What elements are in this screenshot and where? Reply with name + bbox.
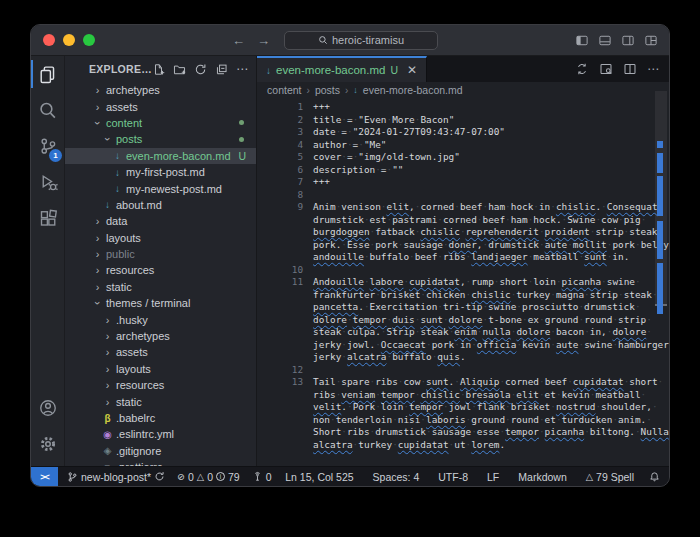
customize-layout-icon[interactable] bbox=[644, 34, 658, 47]
activitybar-extensions[interactable] bbox=[31, 200, 64, 236]
line-number: 9 bbox=[257, 201, 303, 214]
indentation[interactable]: Spaces: 4 bbox=[369, 471, 424, 483]
open-preview-icon[interactable] bbox=[599, 62, 613, 76]
misspelled-word: aute bbox=[545, 239, 568, 250]
tree-item-layouts[interactable]: ›layouts bbox=[65, 361, 256, 377]
open-changes-icon[interactable] bbox=[575, 62, 589, 76]
chevron-down-icon: › bbox=[102, 133, 114, 146]
code-line-7: 7+++ bbox=[257, 176, 669, 189]
chevron-right-icon: › bbox=[101, 346, 114, 358]
tree-item-static[interactable]: ›static bbox=[65, 279, 256, 295]
minimize-button[interactable] bbox=[63, 34, 75, 46]
tree-item-assets[interactable]: ›assets bbox=[65, 98, 256, 114]
encoding[interactable]: UTF-8 bbox=[434, 471, 472, 483]
breadcrumb-posts[interactable]: posts bbox=[315, 84, 340, 96]
git-branch-icon bbox=[67, 471, 78, 483]
tree-item-.gitignore[interactable]: ◈.gitignore bbox=[65, 443, 256, 459]
info-count: 79 bbox=[228, 471, 240, 483]
tree-item-.babelrc[interactable]: β.babelrc bbox=[65, 410, 256, 426]
remote-indicator[interactable]: >< bbox=[31, 467, 58, 486]
markdown-icon: ↓ bbox=[101, 199, 114, 210]
misspelled-word: picanha bbox=[562, 276, 602, 287]
misspelled-word: cupidatat bbox=[573, 376, 624, 387]
cursor-position[interactable]: Ln 15, Col 525 bbox=[281, 471, 357, 483]
markdown-icon: ↓ bbox=[111, 167, 124, 178]
misspelled-word: chislic bbox=[556, 201, 596, 212]
tree-item-resources[interactable]: ›resources bbox=[65, 377, 256, 393]
tree-item-my-newest-post.md[interactable]: ↓my-newest-post.md bbox=[65, 180, 256, 196]
editor-group: ↓ even-more-bacon.md U ✕ bbox=[256, 56, 669, 466]
tree-item-archetypes[interactable]: ›archetypes bbox=[65, 328, 256, 344]
new-folder-icon[interactable] bbox=[173, 63, 186, 76]
breadcrumb-file[interactable]: even-more-bacon.md bbox=[363, 84, 463, 96]
tree-item-data[interactable]: ›data bbox=[65, 213, 256, 229]
tree-item-label: even-more-bacon.md bbox=[126, 150, 231, 162]
activitybar-run-debug[interactable] bbox=[31, 164, 64, 200]
eol-sequence[interactable]: LF bbox=[483, 471, 503, 483]
tree-item-even-more-bacon.md[interactable]: ↓even-more-bacon.mdU bbox=[65, 148, 256, 164]
history-forward-icon[interactable]: → bbox=[257, 33, 270, 48]
misspelled-word: quis bbox=[437, 351, 460, 362]
activitybar-accounts[interactable] bbox=[31, 390, 64, 426]
activitybar-explorer[interactable] bbox=[31, 56, 64, 92]
new-file-icon[interactable] bbox=[152, 63, 165, 76]
toggle-secondary-sidebar-icon[interactable] bbox=[621, 34, 635, 47]
split-editor-icon[interactable] bbox=[623, 62, 637, 76]
collapse-folders-icon[interactable] bbox=[215, 63, 228, 76]
tree-item-.husky[interactable]: ›.husky bbox=[65, 311, 256, 327]
close-button[interactable] bbox=[43, 34, 55, 46]
tree-item-resources[interactable]: ›resources bbox=[65, 262, 256, 278]
spell-checker-item[interactable]: △ 79 Spell bbox=[582, 471, 638, 483]
breadcrumb-content[interactable]: content bbox=[267, 84, 301, 96]
tree-item-.eslintrc.yml[interactable]: ◉.eslintrc.yml bbox=[65, 426, 256, 442]
toggle-primary-sidebar-icon[interactable] bbox=[575, 34, 589, 47]
tree-item-label: content bbox=[106, 117, 142, 129]
explorer-more-actions-icon[interactable]: ⋯ bbox=[236, 65, 248, 73]
tree-item-assets[interactable]: ›assets bbox=[65, 344, 256, 360]
markdown-icon: ↓ bbox=[111, 150, 124, 161]
tree-item-layouts[interactable]: ›layouts bbox=[65, 230, 256, 246]
markdown-file-icon: ↓ bbox=[266, 65, 271, 76]
history-back-icon[interactable]: ← bbox=[232, 33, 245, 48]
tree-item-themes-terminal[interactable]: ›themes / terminal bbox=[65, 295, 256, 311]
tree-item-label: .husky bbox=[116, 314, 148, 326]
line-text: +++ bbox=[313, 176, 669, 189]
language-mode[interactable]: Markdown bbox=[514, 471, 570, 483]
editor-content[interactable]: 1+++2title = "Even More Bacon"3date = "2… bbox=[257, 98, 669, 466]
tree-item-archetypes[interactable]: ›archetypes bbox=[65, 82, 256, 98]
misspelled-word: duis bbox=[392, 314, 415, 325]
code-line-4: 4author = "Me" bbox=[257, 139, 669, 152]
close-tab-icon[interactable]: ✕ bbox=[407, 63, 417, 77]
toggle-panel-icon[interactable] bbox=[598, 34, 612, 47]
tree-item-label: static bbox=[116, 396, 142, 408]
tree-item-my-first-post.md[interactable]: ↓my-first-post.md bbox=[65, 164, 256, 180]
chevron-right-icon: › bbox=[91, 248, 104, 260]
refresh-explorer-icon[interactable] bbox=[194, 63, 207, 76]
chevron-right-icon: › bbox=[91, 264, 104, 276]
git-modified-dot bbox=[239, 120, 244, 125]
code-line-2: 2title = "Even More Bacon" bbox=[257, 114, 669, 127]
command-center-search[interactable]: heroic-tiramisu bbox=[284, 31, 438, 50]
tab-even-more-bacon[interactable]: ↓ even-more-bacon.md U ✕ bbox=[257, 56, 427, 82]
activitybar-search[interactable] bbox=[31, 92, 64, 128]
tree-item-content[interactable]: ›content bbox=[65, 115, 256, 131]
broadcast-item[interactable]: 0 bbox=[248, 471, 276, 483]
editor-more-actions-icon[interactable]: ⋯ bbox=[647, 65, 659, 73]
line-number: 4 bbox=[257, 139, 303, 152]
search-icon bbox=[318, 35, 328, 45]
notifications-bell-icon[interactable] bbox=[649, 471, 660, 483]
tree-item-.prettierrc[interactable]: ≡.prettierrc bbox=[65, 459, 256, 466]
tree-item-posts[interactable]: ›posts bbox=[65, 131, 256, 147]
line-text: date = "2024-01-27T09:43:47-07:00" bbox=[313, 126, 669, 139]
activitybar-settings[interactable] bbox=[31, 426, 64, 462]
tree-item-public[interactable]: ›public bbox=[65, 246, 256, 262]
tree-item-static[interactable]: ›static bbox=[65, 393, 256, 409]
activitybar-source-control[interactable]: 1 bbox=[31, 128, 64, 164]
tree-item-about.md[interactable]: ↓about.md bbox=[65, 197, 256, 213]
line-number: 1 bbox=[257, 101, 303, 114]
git-branch-item[interactable]: new-blog-post* bbox=[63, 471, 169, 483]
chevron-right-icon: › bbox=[101, 314, 114, 326]
diagnostics-item[interactable]: ⊘ 0 △ 0 79 bbox=[173, 471, 244, 483]
zoom-button[interactable] bbox=[83, 34, 95, 46]
code-line-11: 11Andouille labore cupidatat, rump short… bbox=[257, 276, 669, 364]
